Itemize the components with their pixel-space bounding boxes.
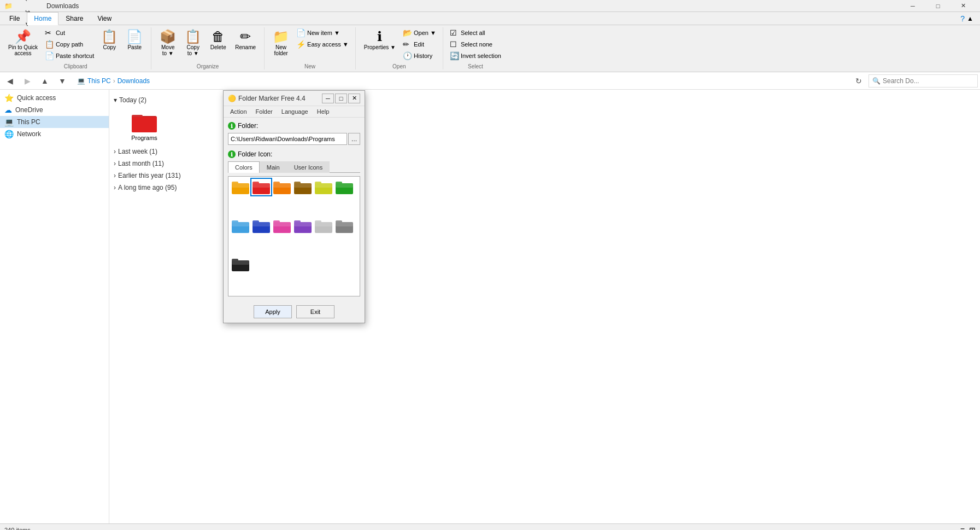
dialog-menu-action[interactable]: Action [226, 107, 251, 116]
folder-icon-lime[interactable] [314, 179, 333, 195]
folder-icon-gray[interactable] [335, 218, 354, 234]
folder-icon-brown[interactable] [293, 179, 313, 195]
dialog-menu-help[interactable]: Help [313, 107, 334, 116]
folder-icon-purple[interactable] [293, 218, 313, 234]
copy-btn[interactable]: 📋 Copy [97, 27, 121, 61]
pin-to-quick-access-btn[interactable]: 📌 Pin to Quickaccess [4, 27, 42, 61]
sidebar-item-network[interactable]: 🌐 Network [0, 128, 109, 140]
new-item-btn[interactable]: 📄 New item ▼ [294, 27, 351, 38]
folder-icon-blue[interactable] [251, 218, 271, 234]
search-box[interactable]: 🔍 [868, 74, 978, 88]
folder-icon-green[interactable] [335, 179, 354, 195]
select-none-btn[interactable]: ☐ Select none [448, 39, 503, 50]
section-last-week-label: Last week (1) [118, 148, 157, 155]
breadcrumb-this-pc[interactable]: This PC [87, 77, 111, 85]
section-long-ago-label: A long time ago (95) [118, 184, 177, 191]
svg-rect-35 [315, 222, 332, 226]
folder-icon-light-gray[interactable] [314, 218, 333, 234]
minimize-btn[interactable]: ─ [900, 0, 925, 12]
this-pc-icon: 💻 [4, 118, 14, 126]
undo-btn[interactable]: ↩ [15, 0, 40, 6]
folder-icon-section-label: Folder Icon: [238, 150, 272, 158]
edit-btn[interactable]: ✏ Edit [401, 39, 438, 50]
dialog-menu: Action Folder Language Help [224, 106, 365, 118]
copy-to-btn[interactable]: 📋 Copyto ▼ [181, 27, 205, 61]
list-view-btn[interactable]: ≡ [960, 526, 965, 531]
select-all-btn[interactable]: ☑ Select all [448, 27, 503, 38]
sidebar-item-onedrive[interactable]: ☁ OneDrive [0, 104, 109, 116]
folder-icon-black[interactable] [231, 256, 250, 272]
close-btn[interactable]: ✕ [950, 0, 976, 12]
up-btn[interactable]: ▲ [37, 74, 52, 88]
folder-icon-light-blue[interactable] [231, 218, 250, 234]
properties-icon: ℹ [377, 30, 382, 43]
folder-icon-pink[interactable] [272, 218, 292, 234]
dialog-menu-language[interactable]: Language [277, 107, 313, 116]
dialog-menu-folder[interactable]: Folder [251, 107, 277, 116]
tab-home[interactable]: Home [27, 12, 58, 25]
dialog-body: ℹ Folder: … ℹ Folder Icon: Colors Main U… [224, 118, 365, 301]
file-item-programs[interactable]: Programs [122, 108, 166, 143]
history-btn[interactable]: 🕐 History [401, 50, 438, 61]
help-btn[interactable]: ? [960, 14, 965, 23]
delete-label: Delete [210, 44, 226, 50]
collapse-ribbon-btn[interactable]: ▲ [967, 15, 973, 22]
select-none-icon: ☐ [450, 40, 459, 49]
ribbon-group-new: 📁 Newfolder 📄 New item ▼ ⚡ Easy access ▼ [265, 27, 356, 69]
dialog-tab-colors[interactable]: Colors [228, 161, 260, 173]
refresh-btn[interactable]: ↻ [851, 74, 866, 88]
dialog-close-btn[interactable]: ✕ [348, 94, 360, 103]
ribbon: File Home Share View ? ▲ 📌 Pin to Quicka… [0, 12, 980, 72]
copy-to-icon: 📋 [185, 30, 201, 43]
svg-rect-29 [273, 222, 291, 226]
folder-browse-btn[interactable]: … [348, 133, 360, 145]
tab-view[interactable]: View [90, 12, 119, 25]
breadcrumb-computer: 💻 [77, 77, 85, 85]
search-input[interactable] [883, 77, 974, 85]
dialog-tab-main[interactable]: Main [260, 161, 287, 173]
tab-file[interactable]: File [2, 12, 27, 25]
copy-path-btn[interactable]: 📋 Copy path [43, 39, 96, 50]
sidebar-item-quick-access[interactable]: ⭐ Quick access [0, 92, 109, 104]
invert-selection-btn[interactable]: 🔄 Invert selection [448, 50, 503, 61]
folder-icon-orange[interactable] [272, 179, 292, 195]
folder-icon-yellow[interactable] [231, 179, 250, 195]
new-folder-label: Newfolder [274, 44, 288, 56]
folder-path-input[interactable] [228, 133, 347, 145]
clipboard-label: Clipboard [4, 61, 146, 69]
tab-share[interactable]: Share [58, 12, 90, 25]
grid-view-btn[interactable]: ⊞ [969, 526, 976, 531]
copy-label: Copy [103, 44, 116, 50]
dialog-minimize-btn[interactable]: ─ [322, 94, 334, 103]
exit-btn[interactable]: Exit [296, 305, 335, 318]
breadcrumb[interactable]: 💻 This PC › Downloads [72, 74, 849, 88]
svg-rect-38 [336, 222, 353, 226]
breadcrumb-downloads[interactable]: Downloads [118, 77, 150, 85]
svg-rect-8 [253, 183, 270, 188]
recent-btn[interactable]: ▼ [55, 74, 70, 88]
forward-btn[interactable]: ▶ [20, 74, 35, 88]
folder-section-label: Folder: [238, 122, 258, 130]
sidebar-item-this-pc-label: This PC [17, 118, 40, 126]
folder-icon-red[interactable] [251, 179, 271, 195]
dialog-maximize-btn[interactable]: □ [335, 94, 347, 103]
apply-btn[interactable]: Apply [254, 305, 292, 318]
paste-shortcut-btn[interactable]: 📄 Paste shortcut [43, 50, 96, 61]
paste-btn[interactable]: 📄 Paste [122, 27, 146, 61]
delete-btn[interactable]: 🗑 Delete [206, 27, 230, 61]
cut-btn[interactable]: ✂ Cut [43, 27, 96, 38]
maximize-btn[interactable]: □ [925, 0, 950, 12]
ribbon-group-organize: 📦 Moveto ▼ 📋 Copyto ▼ 🗑 Delete ✏ Rename [151, 27, 265, 69]
dialog-tab-user-icons[interactable]: User Icons [287, 161, 330, 173]
easy-access-btn[interactable]: ⚡ Easy access ▼ [294, 39, 351, 50]
open-btn[interactable]: 📂 Open ▼ [401, 27, 438, 38]
move-to-btn[interactable]: 📦 Moveto ▼ [156, 27, 180, 61]
new-folder-btn[interactable]: 📁 Newfolder [269, 27, 293, 61]
pin-label: Pin to Quickaccess [8, 44, 38, 56]
properties-btn[interactable]: ℹ Properties ▼ [360, 27, 400, 61]
rename-btn[interactable]: ✏ Rename [231, 27, 260, 61]
back-btn[interactable]: ◀ [2, 74, 17, 88]
sidebar-item-this-pc[interactable]: 💻 This PC [0, 116, 109, 128]
clipboard-buttons: 📌 Pin to Quickaccess ✂ Cut 📋 Copy path [4, 27, 146, 61]
edit-icon: ✏ [403, 40, 412, 49]
